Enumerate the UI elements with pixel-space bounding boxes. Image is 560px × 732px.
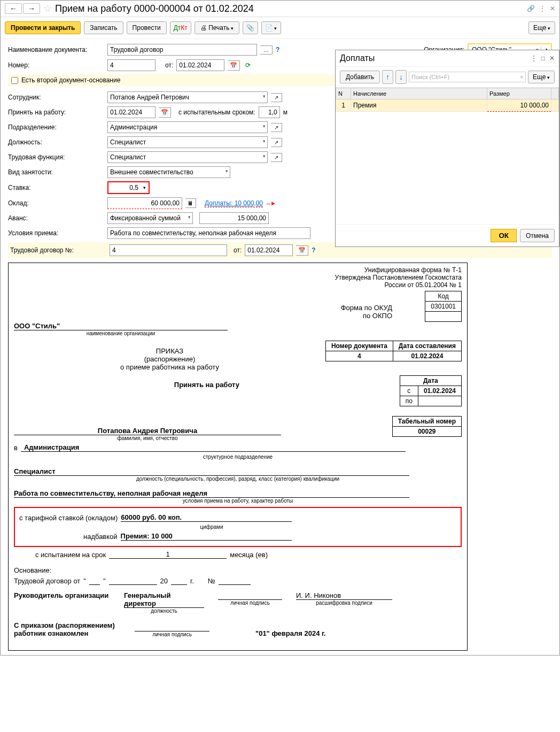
advance-amount-input[interactable]: [199, 212, 269, 224]
titlebar: ← → ☆ Прием на работу 0000-000004 от 01.…: [1, 1, 559, 17]
doc-position-sub: должность (специальность, профессия), ра…: [14, 476, 462, 482]
arrow-indicator-icon: ---►: [266, 200, 276, 206]
position-label: Должность:: [8, 138, 104, 146]
number-input[interactable]: [107, 59, 155, 71]
kebab-icon[interactable]: ⋮: [539, 5, 546, 12]
salary-label: Оклад:: [8, 199, 104, 207]
supplements-popup: Доплаты ⋮ □ ✕ Добавить ↑ ↓ Поиск (Ctrl+F…: [335, 50, 559, 247]
supplements-link[interactable]: Доплаты: 10 000,00: [205, 199, 263, 207]
dept-open-button[interactable]: ↗: [271, 123, 282, 132]
search-clear-icon[interactable]: ×: [520, 74, 523, 80]
contract-from-label: от:: [234, 246, 242, 254]
doc-approved: Утверждена Постановлением Госкомстата: [14, 274, 462, 281]
contract-help-icon[interactable]: ?: [312, 246, 315, 254]
salary-calc-button[interactable]: 🖩: [185, 198, 196, 208]
contract-no-input[interactable]: [110, 244, 227, 256]
link-icon[interactable]: 🔗: [527, 5, 535, 12]
popup-maximize-icon[interactable]: □: [541, 55, 545, 62]
forward-button[interactable]: →: [23, 3, 40, 14]
col-n-header[interactable]: N: [336, 88, 351, 99]
attach-button[interactable]: 📎: [243, 21, 258, 34]
move-up-button[interactable]: ↑: [382, 70, 393, 84]
print-button[interactable]: 🖨 Печать: [195, 21, 239, 34]
cancel-button[interactable]: Отмена: [520, 229, 555, 242]
hire-date-calendar-button[interactable]: 📅: [159, 107, 171, 118]
code-table: Код 0301001: [425, 291, 462, 322]
hire-date-input[interactable]: [107, 106, 155, 118]
advance-label: Аванс:: [8, 214, 104, 222]
doc-approved2: России от 05.01.2004 № 1: [14, 281, 462, 289]
hire-title: Принять на работу: [14, 381, 462, 389]
table-row[interactable]: 1 Премия 10 000,00: [336, 99, 559, 112]
search-input[interactable]: Поиск (Ctrl+F) ×: [409, 72, 526, 82]
okud-value: 0301001: [425, 302, 462, 312]
tariff-frame: с тарифной ставкой (окладом) 60000 руб. …: [14, 507, 462, 547]
col-accrual-header[interactable]: Начисление: [351, 88, 487, 99]
popup-kebab-icon[interactable]: ⋮: [531, 55, 537, 62]
probation-input[interactable]: [259, 106, 280, 118]
employee-input[interactable]: [107, 91, 268, 103]
date-input[interactable]: [176, 59, 224, 71]
employee-open-button[interactable]: ↗: [271, 93, 282, 102]
doc-org-sub: наименование организации: [14, 330, 228, 336]
dept-input[interactable]: [107, 121, 268, 133]
head-position: Генеральный директор: [124, 591, 204, 608]
doc-name-input[interactable]: [107, 44, 257, 56]
okpo-label: по ОКПО: [14, 312, 392, 320]
doc-tariff: 60000 руб. 00 коп.: [121, 513, 292, 522]
doc-order-about: о приеме работника на работу: [14, 363, 462, 371]
conditions-input[interactable]: [107, 227, 310, 239]
number-label: Номер:: [8, 61, 104, 69]
func-open-button[interactable]: ↗: [271, 153, 282, 162]
contract-date-calendar-button[interactable]: 📅: [296, 245, 308, 256]
col-size-header[interactable]: Размер: [487, 88, 551, 99]
create-based-button[interactable]: 📄: [261, 21, 281, 34]
doc-name-select-button[interactable]: …: [260, 45, 273, 55]
window-title: Прием на работу 0000-000004 от 01.02.202…: [55, 3, 524, 14]
doc-name-label: Наименование документа:: [8, 46, 104, 53]
write-button[interactable]: Записать: [84, 21, 123, 34]
employment-input[interactable]: [107, 166, 230, 178]
probation-unit: м: [283, 109, 287, 116]
doc-conditions-sub: условия приема на работу, характер работ…: [14, 498, 462, 504]
doc-form-name: Унифицированная форма № Т-1: [14, 266, 462, 274]
position-open-button[interactable]: ↗: [271, 138, 282, 147]
ok-button[interactable]: ОК: [491, 229, 517, 242]
doc-dept: Администрация: [21, 443, 406, 452]
number-date-table: Номер документаДата составления 401.02.2…: [325, 341, 462, 361]
printed-document: Унифицированная форма № Т-1 Утверждена П…: [8, 263, 468, 651]
doc-employee: Потапова Андрея Петровича: [14, 427, 281, 435]
more-button[interactable]: Еще: [528, 21, 555, 34]
move-down-button[interactable]: ↓: [395, 70, 407, 84]
back-button[interactable]: ←: [5, 3, 22, 14]
doc-position: Специалист: [14, 467, 409, 476]
popup-more-button[interactable]: Еще: [528, 71, 555, 83]
code-header: Код: [425, 291, 462, 302]
func-input[interactable]: [107, 151, 268, 163]
probation-label: с испытательным сроком:: [178, 109, 255, 116]
tab-table: Табельный номер 00029: [392, 416, 462, 437]
basis-label: Основание:: [14, 566, 462, 574]
date-calendar-button[interactable]: 📅: [228, 60, 240, 71]
favorite-icon[interactable]: ☆: [43, 3, 52, 14]
doc-name-help-icon[interactable]: ?: [276, 46, 279, 53]
conditions-label: Условия приема:: [8, 229, 104, 237]
rate-input[interactable]: [108, 182, 141, 193]
position-input[interactable]: [107, 136, 268, 148]
add-button[interactable]: Добавить: [340, 71, 380, 83]
second-doc-checkbox[interactable]: [11, 77, 18, 84]
refresh-icon[interactable]: ⟳: [245, 61, 251, 69]
post-close-button[interactable]: Провести и закрыть: [5, 21, 81, 34]
contract-date-input[interactable]: [245, 244, 293, 256]
hire-label: Принять на работу:: [8, 109, 104, 116]
salary-input[interactable]: [107, 197, 182, 209]
func-label: Трудовая функция:: [8, 153, 104, 161]
close-icon[interactable]: ✕: [550, 5, 555, 12]
popup-close-icon[interactable]: ✕: [549, 55, 555, 62]
contract-no-label: Трудовой договор №:: [10, 246, 106, 254]
dtkt-button[interactable]: ДтКт: [170, 21, 191, 34]
advance-type-input[interactable]: [107, 212, 193, 224]
post-button[interactable]: Провести: [127, 21, 167, 34]
supplements-table: N Начисление Размер 1 Премия 10 000,00: [336, 88, 559, 112]
main-window: ← → ☆ Прием на работу 0000-000004 от 01.…: [0, 0, 560, 656]
